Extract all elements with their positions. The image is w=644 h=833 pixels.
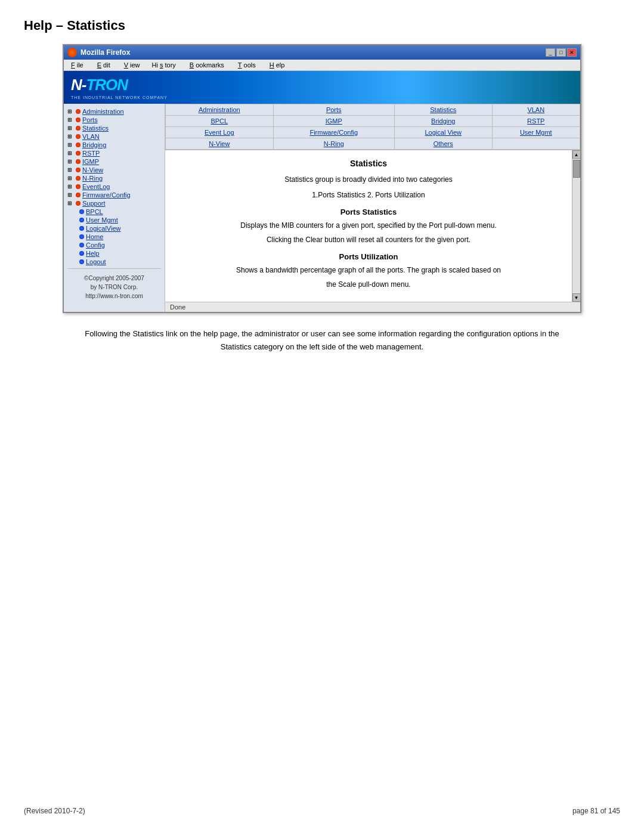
sidebar-label-logout: Logout	[86, 258, 106, 265]
content-heading-ports-stats: Ports Statistics	[177, 208, 560, 216]
sidebar-label-rstp: RSTP	[82, 150, 100, 157]
sidebar-bullet-blue-logicalview	[79, 226, 84, 231]
page-title: Help – Statistics	[24, 18, 620, 33]
logo: N-TRON	[71, 76, 168, 94]
sidebar-bullet-blue-bpcl	[79, 209, 84, 214]
menu-bookmarks[interactable]: Bookmarks	[186, 61, 226, 69]
sidebar-bullet-red	[76, 134, 80, 139]
sidebar-item-logout[interactable]: Logout	[77, 258, 162, 266]
sidebar-item-eventlog[interactable]: ⊞ EventLog	[66, 182, 162, 191]
minimize-button[interactable]: _	[546, 48, 555, 57]
nav-statistics[interactable]: Statistics	[394, 104, 492, 116]
sidebar-bullet-red	[76, 109, 80, 114]
copyright: ©Copyright 2005-2007by N-TRON Corp.http:…	[66, 274, 162, 301]
sidebar-bullet-red	[76, 143, 80, 147]
nav-rstp[interactable]: RSTP	[492, 116, 580, 127]
content-heading-ports-util: Ports Utilization	[177, 252, 560, 261]
sidebar-item-bpcl[interactable]: BPCL	[77, 208, 162, 216]
firefox-icon	[67, 48, 77, 57]
scrollbar[interactable]: ▲ ▼	[572, 150, 580, 302]
content-area: Statistics Statistics group is broadly d…	[165, 150, 572, 302]
nav-vlan[interactable]: VLAN	[492, 104, 580, 116]
sidebar-bullet-blue-home	[79, 234, 84, 239]
sidebar-item-help[interactable]: Help	[77, 249, 162, 258]
browser-title: Mozilla Firefox	[80, 48, 130, 57]
sidebar-label-support: Support	[82, 200, 106, 207]
nav-usermgmt[interactable]: User Mgmt	[492, 127, 580, 138]
sidebar-item-statistics[interactable]: ⊞ Statistics	[66, 124, 162, 132]
nav-bpcl[interactable]: BPCL	[166, 116, 274, 127]
footer-right: page 81 of 145	[572, 807, 620, 815]
sidebar-item-bridging[interactable]: ⊞ Bridging	[66, 141, 162, 149]
content-para1-line2: Clicking the Clear button will reset all…	[177, 234, 560, 245]
footer-left: (Revised 2010-7-2)	[24, 807, 85, 815]
sidebar-label-statistics: Statistics	[82, 125, 109, 132]
sidebar-item-administration[interactable]: ⊞ Administration	[66, 107, 162, 116]
sidebar-item-ports[interactable]: ⊞ Ports	[66, 116, 162, 124]
sidebar-item-igmp[interactable]: ⊞ IGMP	[66, 157, 162, 166]
browser-titlebar: Mozilla Firefox _ □ ✕	[64, 45, 580, 60]
sidebar-label-nring: N-Ring	[82, 175, 103, 182]
scroll-thumb[interactable]	[573, 160, 580, 178]
nav-table: Administration Ports Statistics VLAN BPC…	[165, 104, 580, 150]
nav-nring[interactable]: N-Ring	[273, 138, 394, 150]
close-button[interactable]: ✕	[567, 48, 577, 57]
menu-help[interactable]: Help	[266, 61, 287, 69]
sidebar-item-home[interactable]: Home	[77, 233, 162, 241]
content-para2-cont: the Scale pull-down menu.	[177, 279, 560, 290]
menu-tools[interactable]: Tools	[234, 61, 258, 69]
sidebar-label-firmware: Firmware/Config	[82, 191, 131, 199]
nav-ports[interactable]: Ports	[273, 104, 394, 116]
sidebar-label-nview: N-View	[82, 166, 103, 174]
nav-others[interactable]: Others	[394, 138, 492, 150]
sidebar-item-nview[interactable]: ⊞ N-View	[66, 166, 162, 174]
menu-history[interactable]: History	[150, 61, 178, 69]
sidebar-bullet-blue-usermgmt	[79, 218, 84, 222]
sidebar-item-config[interactable]: Config	[77, 241, 162, 249]
sidebar-item-logicalview[interactable]: LogicalView	[77, 224, 162, 233]
content-main-heading: Statistics	[177, 159, 560, 168]
sidebar-bullet-blue-config	[79, 243, 84, 247]
sidebar-label-usermgmt: User Mgmt	[86, 216, 118, 224]
nav-igmp[interactable]: IGMP	[273, 116, 394, 127]
sidebar-label-eventlog: EventLog	[82, 183, 110, 190]
description-text: Following the Statistics link on the hel…	[78, 327, 566, 354]
nav-administration[interactable]: Administration	[166, 104, 274, 116]
nav-eventlog[interactable]: Event Log	[166, 127, 274, 138]
page-footer: (Revised 2010-7-2) page 81 of 145	[24, 807, 620, 815]
sidebar-bullet-blue-help	[79, 251, 84, 256]
sidebar-item-rstp[interactable]: ⊞ RSTP	[66, 149, 162, 157]
menu-file[interactable]: File	[67, 61, 85, 69]
nav-firmware[interactable]: Firmware/Config	[273, 127, 394, 138]
sidebar-bullet-red	[76, 126, 80, 131]
sidebar-item-firmware[interactable]: ⊞ Firmware/Config	[66, 191, 162, 199]
sidebar-item-support[interactable]: ⊞ Support	[66, 199, 162, 208]
sidebar-item-vlan[interactable]: ⊞ VLAN	[66, 132, 162, 141]
sidebar-bullet-red	[76, 176, 80, 181]
content-para2: Shows a bandwidth percentage graph of al…	[177, 265, 560, 275]
sidebar-label-bridging: Bridging	[82, 141, 106, 148]
nav-empty	[492, 138, 580, 150]
content-intro: Statistics group is broadly divided into…	[177, 174, 560, 185]
maximize-button[interactable]: □	[556, 48, 566, 57]
status-bar: Done	[165, 302, 580, 312]
menu-view[interactable]: View	[120, 61, 142, 69]
sidebar-label-config: Config	[86, 241, 105, 249]
nav-logicalview[interactable]: Logical View	[394, 127, 492, 138]
content-categories: 1.Ports Statistics 2. Ports Utilization	[177, 190, 560, 200]
sidebar-bullet-blue-logout	[79, 259, 84, 264]
scroll-down-button[interactable]: ▼	[572, 293, 581, 302]
sidebar-item-nring[interactable]: ⊞ N-Ring	[66, 174, 162, 182]
browser-menubar: File Edit View History Bookmarks Tools H…	[64, 60, 580, 71]
browser-window: Mozilla Firefox _ □ ✕ File Edit View His…	[63, 44, 581, 313]
sidebar: ⊞ Administration ⊞ Ports ⊞ Statistics ⊞ …	[64, 104, 165, 312]
menu-edit[interactable]: Edit	[94, 61, 112, 69]
sidebar-label-home: Home	[86, 233, 103, 240]
scroll-up-button[interactable]: ▲	[572, 150, 581, 159]
sidebar-item-usermgmt[interactable]: User Mgmt	[77, 216, 162, 224]
banner: N-TRON THE INDUSTRIAL NETWORK COMPANY	[64, 71, 580, 104]
nav-bridging[interactable]: Bridging	[394, 116, 492, 127]
sidebar-bullet-red	[76, 151, 80, 156]
sidebar-label-vlan: VLAN	[82, 133, 100, 140]
nav-nview[interactable]: N-View	[166, 138, 274, 150]
